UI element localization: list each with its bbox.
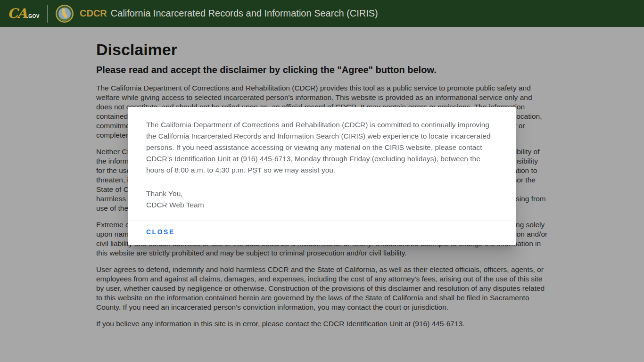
cdcr-seal-icon bbox=[55, 4, 74, 23]
ca-gov-logo-gov: .GOV bbox=[27, 14, 40, 19]
assistance-modal: The California Department of Corrections… bbox=[128, 107, 516, 245]
app-header: CA .GOV CDCR California Incarcerated Rec… bbox=[0, 0, 644, 27]
brand-abbrev: CDCR bbox=[80, 8, 107, 19]
modal-actions: CLOSE bbox=[146, 221, 498, 245]
modal-signoff-line2: CDCR Web Team bbox=[146, 199, 498, 211]
modal-signoff-line1: Thank You, bbox=[146, 188, 498, 199]
ca-gov-logo-ca: CA bbox=[8, 7, 26, 20]
header-divider bbox=[47, 5, 48, 23]
modal-message: The California Department of Corrections… bbox=[146, 119, 498, 176]
ca-gov-logo[interactable]: CA .GOV bbox=[8, 7, 40, 20]
app-title: California Incarcerated Records and Info… bbox=[111, 8, 378, 19]
close-button[interactable]: CLOSE bbox=[146, 228, 175, 236]
